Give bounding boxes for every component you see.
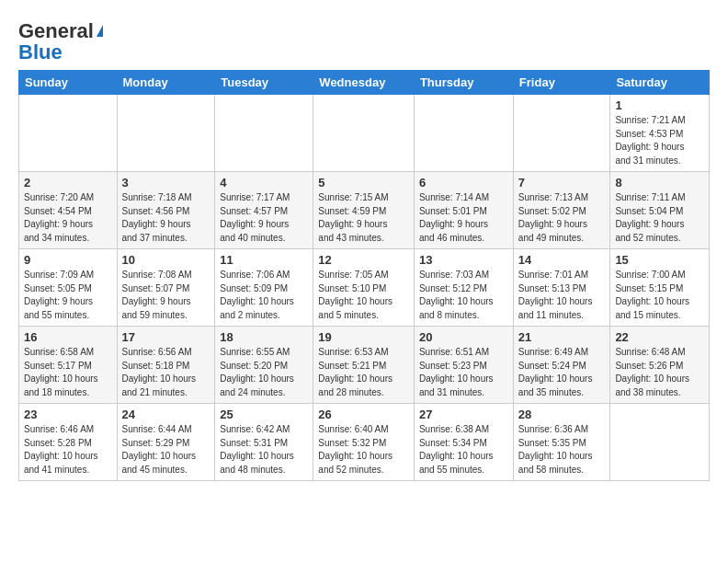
day-number: 20 bbox=[419, 330, 508, 344]
day-number: 27 bbox=[419, 408, 508, 421]
day-info: Sunrise: 6:51 AM Sunset: 5:23 PM Dayligh… bbox=[419, 346, 508, 399]
calendar-week-row: 2Sunrise: 7:20 AM Sunset: 4:54 PM Daylig… bbox=[19, 172, 710, 249]
day-number: 4 bbox=[220, 176, 308, 190]
calendar-cell: 9Sunrise: 7:09 AM Sunset: 5:05 PM Daylig… bbox=[19, 249, 118, 327]
calendar-cell: 8Sunrise: 7:11 AM Sunset: 5:04 PM Daylig… bbox=[610, 172, 710, 249]
calendar-cell bbox=[513, 95, 610, 172]
day-info: Sunrise: 6:53 AM Sunset: 5:21 PM Dayligh… bbox=[318, 346, 409, 399]
day-info: Sunrise: 7:15 AM Sunset: 4:59 PM Dayligh… bbox=[318, 191, 409, 245]
logo-blue: Blue bbox=[18, 42, 63, 63]
calendar-cell: 2Sunrise: 7:20 AM Sunset: 4:54 PM Daylig… bbox=[19, 172, 118, 249]
calendar-cell: 5Sunrise: 7:15 AM Sunset: 4:59 PM Daylig… bbox=[313, 172, 415, 249]
day-info: Sunrise: 7:18 AM Sunset: 4:56 PM Dayligh… bbox=[122, 191, 210, 245]
day-number: 22 bbox=[615, 330, 704, 344]
day-info: Sunrise: 6:49 AM Sunset: 5:24 PM Dayligh… bbox=[518, 346, 606, 399]
day-number: 21 bbox=[518, 330, 606, 344]
day-info: Sunrise: 7:00 AM Sunset: 5:15 PM Dayligh… bbox=[615, 269, 704, 322]
day-number: 15 bbox=[615, 253, 704, 267]
day-number: 17 bbox=[122, 330, 210, 344]
day-number: 10 bbox=[122, 253, 210, 267]
calendar-cell bbox=[414, 95, 513, 172]
calendar-week-row: 23Sunrise: 6:46 AM Sunset: 5:28 PM Dayli… bbox=[19, 404, 710, 481]
day-info: Sunrise: 6:42 AM Sunset: 5:31 PM Dayligh… bbox=[220, 423, 308, 477]
day-number: 11 bbox=[220, 253, 308, 267]
day-info: Sunrise: 7:21 AM Sunset: 4:53 PM Dayligh… bbox=[615, 114, 704, 167]
day-info: Sunrise: 6:38 AM Sunset: 5:34 PM Dayligh… bbox=[419, 423, 508, 477]
calendar-week-row: 16Sunrise: 6:58 AM Sunset: 5:17 PM Dayli… bbox=[19, 327, 710, 404]
day-number: 7 bbox=[518, 176, 606, 190]
day-info: Sunrise: 7:01 AM Sunset: 5:13 PM Dayligh… bbox=[518, 269, 606, 322]
day-number: 19 bbox=[318, 330, 409, 344]
day-number: 2 bbox=[24, 176, 112, 190]
day-info: Sunrise: 6:40 AM Sunset: 5:32 PM Dayligh… bbox=[318, 423, 409, 477]
calendar-cell: 3Sunrise: 7:18 AM Sunset: 4:56 PM Daylig… bbox=[117, 172, 215, 249]
calendar-header-row: SundayMondayTuesdayWednesdayThursdayFrid… bbox=[19, 71, 710, 95]
calendar-cell bbox=[215, 95, 313, 172]
day-number: 1 bbox=[615, 98, 704, 112]
calendar-cell: 21Sunrise: 6:49 AM Sunset: 5:24 PM Dayli… bbox=[513, 327, 610, 404]
day-number: 24 bbox=[122, 408, 210, 421]
logo-text: General bbox=[18, 20, 103, 42]
calendar-cell: 28Sunrise: 6:36 AM Sunset: 5:35 PM Dayli… bbox=[513, 404, 610, 481]
day-number: 3 bbox=[122, 176, 210, 190]
calendar-cell: 7Sunrise: 7:13 AM Sunset: 5:02 PM Daylig… bbox=[513, 172, 610, 249]
day-info: Sunrise: 6:44 AM Sunset: 5:29 PM Dayligh… bbox=[122, 423, 210, 477]
day-info: Sunrise: 6:36 AM Sunset: 5:35 PM Dayligh… bbox=[518, 423, 606, 477]
calendar-cell: 6Sunrise: 7:14 AM Sunset: 5:01 PM Daylig… bbox=[414, 172, 513, 249]
calendar: SundayMondayTuesdayWednesdayThursdayFrid… bbox=[18, 70, 710, 481]
calendar-cell: 10Sunrise: 7:08 AM Sunset: 5:07 PM Dayli… bbox=[117, 249, 215, 327]
day-number: 23 bbox=[24, 408, 112, 421]
day-info: Sunrise: 6:56 AM Sunset: 5:18 PM Dayligh… bbox=[122, 346, 210, 399]
day-info: Sunrise: 7:03 AM Sunset: 5:12 PM Dayligh… bbox=[419, 269, 508, 322]
calendar-cell: 19Sunrise: 6:53 AM Sunset: 5:21 PM Dayli… bbox=[313, 327, 415, 404]
logo-general: General bbox=[18, 19, 94, 42]
logo: General Blue bbox=[18, 20, 103, 63]
calendar-cell bbox=[610, 404, 710, 481]
calendar-cell: 16Sunrise: 6:58 AM Sunset: 5:17 PM Dayli… bbox=[19, 327, 118, 404]
calendar-cell: 12Sunrise: 7:05 AM Sunset: 5:10 PM Dayli… bbox=[313, 249, 415, 327]
calendar-cell: 22Sunrise: 6:48 AM Sunset: 5:26 PM Dayli… bbox=[610, 327, 710, 404]
day-number: 25 bbox=[220, 408, 308, 421]
calendar-cell: 17Sunrise: 6:56 AM Sunset: 5:18 PM Dayli… bbox=[117, 327, 215, 404]
day-info: Sunrise: 7:20 AM Sunset: 4:54 PM Dayligh… bbox=[24, 191, 112, 245]
calendar-cell: 25Sunrise: 6:42 AM Sunset: 5:31 PM Dayli… bbox=[215, 404, 313, 481]
calendar-cell: 20Sunrise: 6:51 AM Sunset: 5:23 PM Dayli… bbox=[414, 327, 513, 404]
calendar-cell bbox=[19, 95, 118, 172]
day-number: 12 bbox=[318, 253, 409, 267]
calendar-cell: 26Sunrise: 6:40 AM Sunset: 5:32 PM Dayli… bbox=[313, 404, 415, 481]
day-number: 6 bbox=[419, 176, 508, 190]
calendar-cell: 11Sunrise: 7:06 AM Sunset: 5:09 PM Dayli… bbox=[215, 249, 313, 327]
day-info: Sunrise: 6:46 AM Sunset: 5:28 PM Dayligh… bbox=[24, 423, 112, 477]
day-info: Sunrise: 6:48 AM Sunset: 5:26 PM Dayligh… bbox=[615, 346, 704, 399]
day-of-week-header: Friday bbox=[513, 71, 610, 95]
day-number: 18 bbox=[220, 330, 308, 344]
header: General Blue bbox=[18, 17, 710, 63]
calendar-cell: 1Sunrise: 7:21 AM Sunset: 4:53 PM Daylig… bbox=[610, 95, 710, 172]
calendar-week-row: 9Sunrise: 7:09 AM Sunset: 5:05 PM Daylig… bbox=[19, 249, 710, 327]
calendar-cell: 27Sunrise: 6:38 AM Sunset: 5:34 PM Dayli… bbox=[414, 404, 513, 481]
day-number: 8 bbox=[615, 176, 704, 190]
day-number: 13 bbox=[419, 253, 508, 267]
day-info: Sunrise: 7:17 AM Sunset: 4:57 PM Dayligh… bbox=[220, 191, 308, 245]
day-of-week-header: Saturday bbox=[610, 71, 710, 95]
day-number: 14 bbox=[518, 253, 606, 267]
day-info: Sunrise: 6:55 AM Sunset: 5:20 PM Dayligh… bbox=[220, 346, 308, 399]
day-info: Sunrise: 7:06 AM Sunset: 5:09 PM Dayligh… bbox=[220, 269, 308, 322]
calendar-cell bbox=[313, 95, 415, 172]
day-info: Sunrise: 7:05 AM Sunset: 5:10 PM Dayligh… bbox=[318, 269, 409, 322]
day-of-week-header: Thursday bbox=[414, 71, 513, 95]
day-of-week-header: Monday bbox=[117, 71, 215, 95]
calendar-cell bbox=[117, 95, 215, 172]
day-info: Sunrise: 7:13 AM Sunset: 5:02 PM Dayligh… bbox=[518, 191, 606, 245]
day-number: 16 bbox=[24, 330, 112, 344]
calendar-cell: 13Sunrise: 7:03 AM Sunset: 5:12 PM Dayli… bbox=[414, 249, 513, 327]
day-of-week-header: Wednesday bbox=[313, 71, 415, 95]
day-info: Sunrise: 7:09 AM Sunset: 5:05 PM Dayligh… bbox=[24, 269, 112, 322]
calendar-cell: 18Sunrise: 6:55 AM Sunset: 5:20 PM Dayli… bbox=[215, 327, 313, 404]
calendar-week-row: 1Sunrise: 7:21 AM Sunset: 4:53 PM Daylig… bbox=[19, 95, 710, 172]
calendar-cell: 15Sunrise: 7:00 AM Sunset: 5:15 PM Dayli… bbox=[610, 249, 710, 327]
day-number: 26 bbox=[318, 408, 409, 421]
day-info: Sunrise: 6:58 AM Sunset: 5:17 PM Dayligh… bbox=[24, 346, 112, 399]
calendar-cell: 24Sunrise: 6:44 AM Sunset: 5:29 PM Dayli… bbox=[117, 404, 215, 481]
day-info: Sunrise: 7:08 AM Sunset: 5:07 PM Dayligh… bbox=[122, 269, 210, 322]
